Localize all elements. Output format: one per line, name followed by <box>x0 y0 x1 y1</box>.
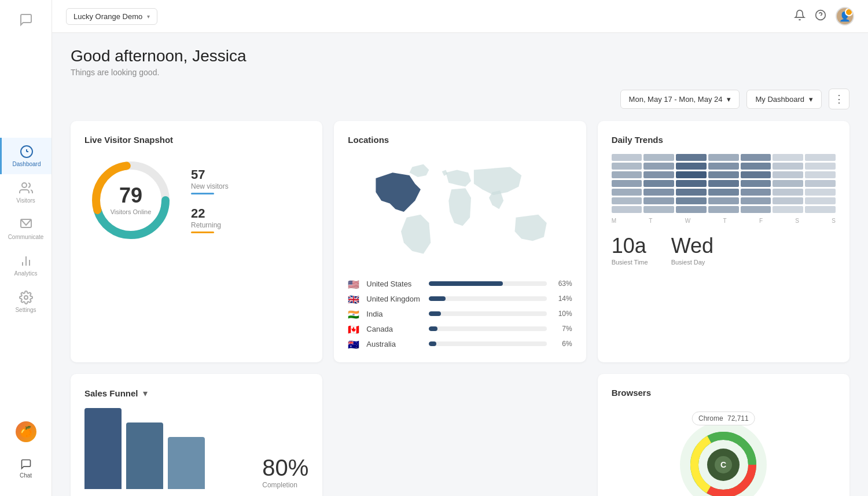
dashboard-icon <box>20 145 34 159</box>
canada-flag: 🇨🇦 <box>348 324 362 333</box>
australia-bar <box>429 341 436 346</box>
heatmap-cell <box>805 189 836 196</box>
us-name: United States <box>366 280 424 288</box>
heatmap-cell <box>773 180 803 187</box>
busiest-day-stat: Wed Busiest Day <box>671 236 713 266</box>
funnel-bar-3 <box>168 437 205 489</box>
world-map <box>348 154 572 270</box>
heatmap-cell <box>643 163 674 170</box>
heatmap-cell <box>741 206 771 213</box>
daily-trends-card: Daily Trends MTWTFSS 10a Busiest Time We… <box>598 121 849 362</box>
funnel-header: Sales Funnel ▾ <box>84 388 308 399</box>
heatmap-cell <box>612 189 642 196</box>
funnel-bars <box>84 408 244 489</box>
locations-title: Locations <box>348 135 572 145</box>
greeting-section: Good afternoon, Jessica Things are looki… <box>71 47 849 77</box>
heatmap-cell <box>643 197 674 204</box>
analytics-icon <box>19 254 33 268</box>
heatmap-cell <box>676 189 707 196</box>
heatmap-cell <box>612 163 642 170</box>
new-visitors-stat: 57 New visitors <box>191 167 229 194</box>
chat-bottom-label: Chat <box>20 472 32 479</box>
canada-bar <box>429 326 437 331</box>
live-visitor-title: Live Visitor Snapshot <box>84 135 308 145</box>
sidebar-item-chat-top[interactable] <box>0 6 52 34</box>
country-list: 🇺🇸 United States 63% 🇬🇧 United Kingdom <box>348 279 572 348</box>
heatmap-cell <box>773 171 803 178</box>
heatmap-grid <box>612 154 836 213</box>
india-bar-wrap <box>429 311 546 316</box>
chrome-chart-container: Chrome 72,711 <box>665 407 781 496</box>
daily-trends-title: Daily Trends <box>612 135 836 145</box>
india-pct: 10% <box>551 310 572 318</box>
heatmap-cell <box>741 189 771 196</box>
us-bar <box>429 281 503 286</box>
user-avatar[interactable]: 👤 <box>836 7 854 25</box>
heatmap-cell <box>805 171 836 178</box>
sidebar-item-settings[interactable]: Settings <box>0 284 52 320</box>
us-pct: 63% <box>551 280 572 288</box>
date-range-label: Mon, May 17 - Mon, May 24 <box>629 95 723 104</box>
trends-stats: 10a Busiest Time Wed Busiest Day <box>612 236 836 266</box>
canada-bar-wrap <box>429 326 546 331</box>
help-icon[interactable] <box>815 9 826 23</box>
sidebar-item-analytics-label: Analytics <box>14 270 37 277</box>
sidebar-item-communicate-label: Communicate <box>8 234 44 240</box>
heatmap-cell <box>805 197 836 204</box>
visitors-icon <box>19 181 33 195</box>
heatmap-cell <box>676 197 707 204</box>
notification-bell-icon[interactable] <box>794 9 806 23</box>
heatmap-cell <box>773 206 803 213</box>
heatmap-cell <box>643 154 674 161</box>
country-row-uk: 🇬🇧 United Kingdom 14% <box>348 294 572 303</box>
dashboard-selector-chevron: ▾ <box>809 95 813 104</box>
funnel-dropdown-icon[interactable]: ▾ <box>143 388 148 399</box>
sidebar-item-visitors[interactable]: Visitors <box>0 174 52 211</box>
canada-name: Canada <box>366 325 424 333</box>
sidebar-item-dashboard[interactable]: Dashboard <box>0 138 52 174</box>
heatmap-cell <box>805 163 836 170</box>
date-range-picker[interactable]: Mon, May 17 - Mon, May 24 ▾ <box>620 90 740 109</box>
heatmap-cell <box>676 206 707 213</box>
site-selector-chevron: ▾ <box>147 13 150 20</box>
heatmap-cell <box>676 154 707 161</box>
heatmap-cell <box>643 189 674 196</box>
heatmap-cell <box>741 197 771 204</box>
visitor-stats: 57 New visitors 22 Returning <box>191 167 229 233</box>
heatmap-cell <box>643 206 674 213</box>
sales-funnel-card: Sales Funnel ▾ 80% Completion <box>71 374 322 496</box>
dashboard-selector[interactable]: My Dashboard ▾ <box>746 90 822 109</box>
heatmap-cell <box>741 171 771 178</box>
country-row-us: 🇺🇸 United States 63% <box>348 279 572 288</box>
heatmap-cell <box>643 171 674 178</box>
uk-bar <box>429 296 445 301</box>
browser-donut-wrap: Chrome 72,711 <box>612 407 836 496</box>
us-bar-wrap <box>429 281 546 286</box>
svg-point-5 <box>24 296 28 299</box>
chrome-count: 72,711 <box>727 414 749 422</box>
topbar-left: Lucky Orange Demo ▾ <box>66 8 157 25</box>
heatmap-day-labels: MTWTFSS <box>612 218 836 224</box>
communicate-icon <box>19 218 33 232</box>
australia-flag: 🇦🇺 <box>348 339 362 348</box>
chrome-browser-label: Chrome <box>698 414 723 422</box>
sidebar-item-chat-bottom[interactable]: Chat <box>16 451 36 486</box>
heatmap-cell <box>805 154 836 161</box>
india-flag: 🇮🇳 <box>348 309 362 318</box>
site-selector[interactable]: Lucky Orange Demo ▾ <box>66 8 157 25</box>
sales-funnel-title: Sales Funnel <box>84 388 138 398</box>
canada-pct: 7% <box>551 325 572 333</box>
new-visitors-count: 57 <box>191 167 229 182</box>
more-options-button[interactable]: ⋮ <box>829 89 849 109</box>
sidebar-item-communicate[interactable]: Communicate <box>0 211 52 247</box>
brand-icon: 🍊 <box>16 421 36 442</box>
heatmap-cell <box>612 197 642 204</box>
uk-bar-wrap <box>429 296 546 301</box>
cards-grid: Live Visitor Snapshot 79 <box>71 121 849 362</box>
heatmap-cell <box>612 206 642 213</box>
sidebar-item-settings-label: Settings <box>15 307 36 313</box>
country-row-india: 🇮🇳 India 10% <box>348 309 572 318</box>
australia-name: Australia <box>366 340 424 348</box>
busiest-day-value: Wed <box>671 236 713 256</box>
sidebar-item-analytics[interactable]: Analytics <box>0 247 52 284</box>
